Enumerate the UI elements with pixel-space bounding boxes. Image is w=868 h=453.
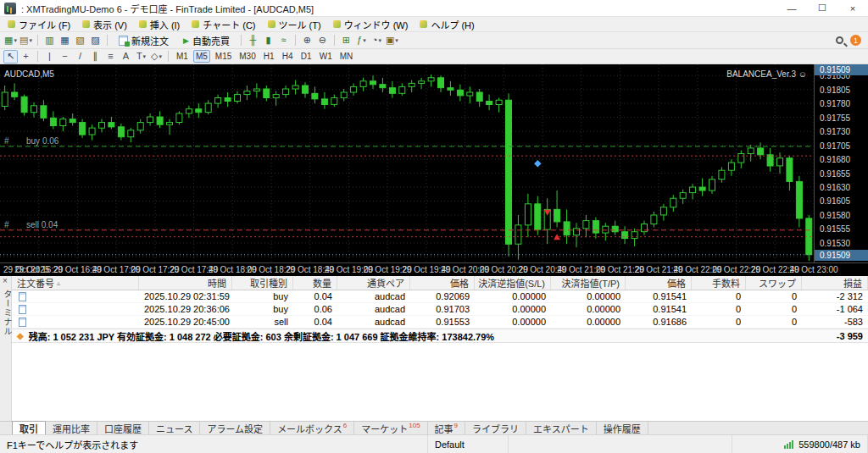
- toolbar-main: ▦▾▤▾ ▥▦▧▨ 新規注文 ▶ 自動売買 ╫▮≈⊕⊖⊞ƒ▾◔▾▣▾ 1: [0, 32, 868, 49]
- column-header[interactable]: 価格: [410, 276, 475, 290]
- new-order-button[interactable]: 新規注文: [112, 33, 175, 48]
- menu-item-label: ヘルプ (H): [431, 18, 474, 31]
- horizontal-line-icon[interactable]: −: [58, 50, 72, 64]
- shapes-icon[interactable]: ◇▾: [149, 50, 164, 64]
- column-header[interactable]: 数量: [293, 276, 337, 290]
- candlestick-series: [2, 75, 812, 261]
- column-header[interactable]: 損益: [802, 276, 868, 290]
- order-doc-icon: [19, 318, 26, 327]
- templates-icon[interactable]: ▣▾: [385, 34, 399, 47]
- zoom-out-icon[interactable]: ⊖: [315, 34, 330, 47]
- timeframe-button-w1[interactable]: W1: [317, 50, 335, 63]
- timeframe-button-m30[interactable]: M30: [236, 50, 258, 63]
- tab-market[interactable]: マーケット105: [354, 422, 427, 434]
- new-chart-icon[interactable]: ▦▾: [3, 34, 18, 47]
- tab-journal[interactable]: 操作履歴: [597, 422, 648, 434]
- chart-area[interactable]: AUDCAD,M5 BALANCEA_Ver.3 ☺ #buy 0.06 #se…: [0, 64, 868, 276]
- arrows-icon[interactable]: T▾: [134, 50, 148, 64]
- column-header[interactable]: 手数料: [692, 276, 746, 290]
- order-cell: [12, 305, 139, 314]
- tab-news[interactable]: ニュース: [149, 422, 200, 434]
- tab-alerts[interactable]: アラーム設定: [200, 422, 270, 434]
- tab-articles[interactable]: 記事9: [428, 422, 465, 434]
- trade-row[interactable]: 2025.10.29 20:45:00sell0.04audcad0.91553…: [12, 316, 868, 329]
- chart-svg[interactable]: [0, 64, 814, 262]
- close-button[interactable]: ×: [837, 0, 868, 16]
- tab-library[interactable]: ライブラリ: [465, 422, 526, 434]
- crosshair-icon[interactable]: +: [19, 50, 33, 64]
- tab-experts[interactable]: エキスパート: [526, 422, 597, 434]
- timeframe-button-h1[interactable]: H1: [261, 50, 277, 63]
- timeframe-button-d1[interactable]: D1: [298, 50, 314, 63]
- maximize-button[interactable]: ☐: [807, 0, 837, 16]
- timeframe-button-mn[interactable]: MN: [337, 50, 356, 63]
- navigator-icon[interactable]: ▧: [73, 34, 87, 47]
- time-label: 29 Oct 23:00: [789, 265, 837, 274]
- column-header[interactable]: 時間: [139, 276, 232, 290]
- tab-badge: 105: [409, 422, 420, 429]
- window-controls: — ☐ ×: [776, 0, 868, 16]
- minimize-button[interactable]: —: [776, 0, 807, 16]
- order-cell: [12, 292, 139, 301]
- column-header[interactable]: 取引種別: [232, 276, 293, 290]
- indicators-icon[interactable]: ƒ▾: [354, 34, 369, 47]
- price-label: 0.91530: [820, 239, 850, 248]
- menu-item[interactable]: ファイル (F): [2, 17, 76, 31]
- column-header[interactable]: 価格: [626, 276, 692, 290]
- terminal-icon[interactable]: ▨: [88, 34, 103, 47]
- tab-account-history[interactable]: 口座履歴: [97, 422, 149, 434]
- data-window-icon[interactable]: ▦: [58, 34, 72, 47]
- timeframe-button-m15[interactable]: M15: [213, 50, 234, 63]
- column-header[interactable]: 決済逆指値(S/L): [475, 276, 551, 290]
- price-label: 0.91730: [820, 127, 850, 136]
- current-price-box: 0.91509: [815, 64, 868, 75]
- trade-cell: audcad: [337, 304, 410, 314]
- tab-exposure[interactable]: 運用比率: [46, 422, 97, 434]
- tile-windows-icon[interactable]: ⊞: [339, 34, 353, 47]
- terminal-close-icon[interactable]: ×: [3, 276, 8, 285]
- price-scale[interactable]: 0.918300.918050.917800.917550.917300.917…: [814, 64, 868, 262]
- market-watch-icon[interactable]: ▥: [42, 34, 57, 47]
- tab-trade[interactable]: 取引: [12, 421, 46, 434]
- toolbar-group-a: ▦▾▤▾: [3, 34, 33, 47]
- status-profile[interactable]: Default: [428, 435, 509, 453]
- vertical-line-icon[interactable]: |: [42, 50, 57, 64]
- line-chart-icon[interactable]: ≈: [276, 34, 291, 47]
- menu-item[interactable]: ヘルプ (H): [414, 17, 480, 31]
- periods-icon[interactable]: ◔▾: [370, 34, 384, 47]
- bar-chart-icon[interactable]: ╫: [246, 34, 260, 47]
- profiles-icon[interactable]: ▤▾: [19, 34, 33, 47]
- column-header[interactable]: スワップ: [746, 276, 802, 290]
- menu-item[interactable]: ウィンドウ (W): [327, 17, 415, 31]
- candlestick-icon[interactable]: ▮: [261, 34, 275, 47]
- tab-mailbox[interactable]: メールボックス6: [270, 422, 354, 434]
- search-icon[interactable]: [836, 36, 843, 44]
- menu-item[interactable]: 挿入 (I): [133, 17, 186, 31]
- zoom-in-icon[interactable]: ⊕: [300, 34, 314, 47]
- column-header-label: 決済逆指値(S/L): [478, 276, 545, 290]
- trade-row[interactable]: 2025.10.29 20:36:06buy0.06audcad0.917030…: [12, 303, 868, 316]
- auto-trading-button[interactable]: ▶ 自動売買: [176, 33, 236, 48]
- menu-item[interactable]: チャート (C): [186, 17, 261, 31]
- price-label: 0.91805: [820, 86, 850, 95]
- timeframe-button-h4[interactable]: H4: [280, 50, 296, 63]
- text-icon[interactable]: A: [119, 50, 133, 64]
- fibonacci-icon[interactable]: ≡: [103, 50, 118, 64]
- column-header[interactable]: 通貨ペア: [337, 276, 410, 290]
- trendline-icon[interactable]: /: [73, 50, 87, 64]
- tab-label: 記事: [435, 422, 453, 435]
- timeframe-button-m5[interactable]: M5: [193, 50, 210, 63]
- channel-icon[interactable]: ∥: [88, 50, 103, 64]
- column-header-label: 価格: [450, 276, 469, 290]
- time-axis[interactable]: 29 Oct 202529 Oct 16:2029 Oct 16:4029 Oc…: [0, 262, 868, 276]
- menu-item[interactable]: 表示 (V): [76, 17, 133, 31]
- menu-item-label: 表示 (V): [93, 18, 127, 31]
- trade-cell: 2025.10.29 20:45:00: [139, 317, 232, 327]
- menu-item[interactable]: ツール (T): [262, 17, 327, 31]
- notification-badge[interactable]: 1: [850, 35, 861, 46]
- cursor-icon[interactable]: ↖: [3, 50, 18, 64]
- column-header[interactable]: 決済指値(T/P): [551, 276, 626, 290]
- column-header[interactable]: 注文番号▵: [12, 276, 139, 290]
- timeframe-button-m1[interactable]: M1: [174, 50, 191, 63]
- trade-row[interactable]: 2025.10.29 02:31:59buy0.04audcad0.920690…: [12, 290, 868, 303]
